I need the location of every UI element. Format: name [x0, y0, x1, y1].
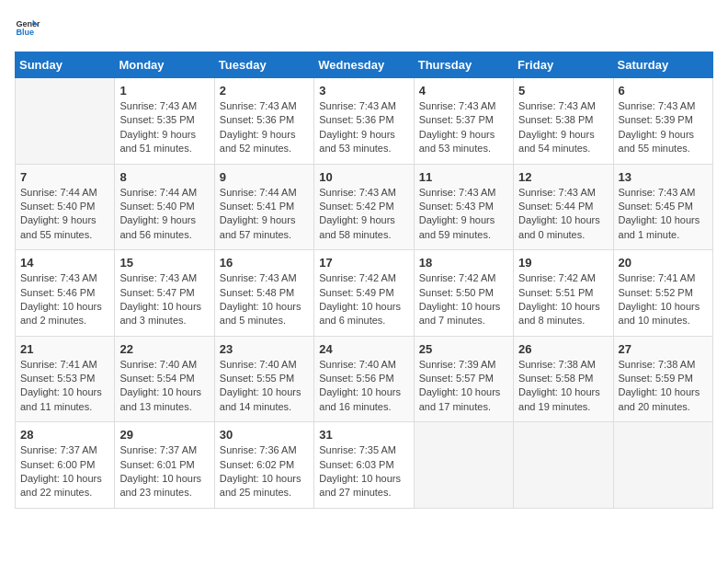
- week-row-1: 1Sunrise: 7:43 AMSunset: 5:35 PMDaylight…: [16, 78, 713, 165]
- day-info: Sunrise: 7:44 AMSunset: 5:41 PMDaylight:…: [220, 186, 309, 243]
- day-info: Sunrise: 7:43 AMSunset: 5:37 PMDaylight:…: [419, 99, 508, 156]
- calendar-cell: 4Sunrise: 7:43 AMSunset: 5:37 PMDaylight…: [414, 78, 513, 165]
- week-row-2: 7Sunrise: 7:44 AMSunset: 5:40 PMDaylight…: [16, 164, 713, 250]
- calendar-cell: [414, 422, 513, 509]
- calendar-cell: 6Sunrise: 7:43 AMSunset: 5:39 PMDaylight…: [613, 78, 712, 165]
- calendar-cell: 23Sunrise: 7:40 AMSunset: 5:55 PMDayligh…: [214, 336, 313, 422]
- calendar-cell: [514, 422, 613, 509]
- logo-icon: General Blue: [15, 15, 40, 40]
- calendar-cell: 28Sunrise: 7:37 AMSunset: 6:00 PMDayligh…: [16, 422, 115, 509]
- day-number: 10: [319, 170, 408, 184]
- day-info: Sunrise: 7:42 AMSunset: 5:51 PMDaylight:…: [518, 271, 608, 328]
- day-number: 25: [419, 342, 508, 356]
- day-number: 3: [319, 84, 408, 98]
- day-number: 17: [319, 256, 408, 270]
- weekday-header-tuesday: Tuesday: [214, 52, 313, 78]
- day-info: Sunrise: 7:43 AMSunset: 5:36 PMDaylight:…: [319, 99, 408, 156]
- calendar-cell: 5Sunrise: 7:43 AMSunset: 5:38 PMDaylight…: [514, 78, 613, 165]
- day-number: 28: [20, 428, 109, 442]
- day-info: Sunrise: 7:37 AMSunset: 6:00 PMDaylight:…: [20, 443, 109, 500]
- calendar-cell: 8Sunrise: 7:44 AMSunset: 5:40 PMDaylight…: [115, 164, 214, 250]
- calendar-cell: 20Sunrise: 7:41 AMSunset: 5:52 PMDayligh…: [613, 250, 712, 337]
- weekday-header-sunday: Sunday: [16, 52, 115, 78]
- calendar-cell: [16, 78, 115, 165]
- calendar-cell: 26Sunrise: 7:38 AMSunset: 5:58 PMDayligh…: [514, 336, 613, 422]
- weekday-header-row: SundayMondayTuesdayWednesdayThursdayFrid…: [16, 52, 713, 78]
- calendar-cell: 19Sunrise: 7:42 AMSunset: 5:51 PMDayligh…: [514, 250, 613, 337]
- day-info: Sunrise: 7:43 AMSunset: 5:47 PMDaylight:…: [119, 271, 209, 328]
- calendar-cell: 11Sunrise: 7:43 AMSunset: 5:43 PMDayligh…: [414, 164, 513, 250]
- day-info: Sunrise: 7:38 AMSunset: 5:58 PMDaylight:…: [518, 358, 608, 415]
- day-number: 5: [518, 84, 608, 98]
- day-info: Sunrise: 7:43 AMSunset: 5:39 PMDaylight:…: [619, 99, 708, 156]
- day-info: Sunrise: 7:43 AMSunset: 5:48 PMDaylight:…: [220, 271, 309, 328]
- weekday-header-wednesday: Wednesday: [314, 52, 414, 78]
- page-header: General Blue: [15, 15, 713, 40]
- day-info: Sunrise: 7:43 AMSunset: 5:36 PMDaylight:…: [220, 99, 309, 156]
- day-info: Sunrise: 7:37 AMSunset: 6:01 PMDaylight:…: [119, 443, 209, 500]
- day-number: 24: [319, 342, 408, 356]
- calendar-cell: 18Sunrise: 7:42 AMSunset: 5:50 PMDayligh…: [414, 250, 513, 337]
- calendar-table: SundayMondayTuesdayWednesdayThursdayFrid…: [15, 52, 713, 509]
- day-info: Sunrise: 7:43 AMSunset: 5:44 PMDaylight:…: [518, 186, 608, 243]
- day-number: 8: [119, 170, 209, 184]
- day-number: 23: [220, 342, 309, 356]
- svg-text:Blue: Blue: [16, 28, 34, 37]
- day-info: Sunrise: 7:44 AMSunset: 5:40 PMDaylight:…: [20, 186, 109, 243]
- day-info: Sunrise: 7:43 AMSunset: 5:46 PMDaylight:…: [20, 271, 109, 328]
- day-number: 4: [419, 84, 508, 98]
- calendar-cell: [613, 422, 712, 509]
- day-number: 2: [220, 84, 309, 98]
- day-number: 30: [220, 428, 309, 442]
- day-number: 11: [419, 170, 508, 184]
- day-number: 14: [20, 256, 109, 270]
- calendar-cell: 7Sunrise: 7:44 AMSunset: 5:40 PMDaylight…: [16, 164, 115, 250]
- day-number: 12: [518, 170, 608, 184]
- svg-text:General: General: [16, 19, 40, 29]
- day-number: 20: [619, 256, 708, 270]
- day-info: Sunrise: 7:44 AMSunset: 5:40 PMDaylight:…: [119, 186, 209, 243]
- calendar-cell: 30Sunrise: 7:36 AMSunset: 6:02 PMDayligh…: [214, 422, 313, 509]
- day-number: 18: [419, 256, 508, 270]
- calendar-cell: 10Sunrise: 7:43 AMSunset: 5:42 PMDayligh…: [314, 164, 414, 250]
- calendar-cell: 9Sunrise: 7:44 AMSunset: 5:41 PMDaylight…: [214, 164, 313, 250]
- day-info: Sunrise: 7:35 AMSunset: 6:03 PMDaylight:…: [319, 443, 408, 500]
- day-info: Sunrise: 7:40 AMSunset: 5:55 PMDaylight:…: [220, 358, 309, 415]
- calendar-cell: 25Sunrise: 7:39 AMSunset: 5:57 PMDayligh…: [414, 336, 513, 422]
- day-info: Sunrise: 7:36 AMSunset: 6:02 PMDaylight:…: [220, 443, 309, 500]
- day-info: Sunrise: 7:43 AMSunset: 5:45 PMDaylight:…: [619, 186, 708, 243]
- day-number: 7: [20, 170, 109, 184]
- week-row-5: 28Sunrise: 7:37 AMSunset: 6:00 PMDayligh…: [16, 422, 713, 509]
- day-number: 21: [20, 342, 109, 356]
- day-info: Sunrise: 7:43 AMSunset: 5:43 PMDaylight:…: [419, 186, 508, 243]
- calendar-cell: 1Sunrise: 7:43 AMSunset: 5:35 PMDaylight…: [115, 78, 214, 165]
- weekday-header-friday: Friday: [514, 52, 613, 78]
- calendar-cell: 3Sunrise: 7:43 AMSunset: 5:36 PMDaylight…: [314, 78, 414, 165]
- day-info: Sunrise: 7:43 AMSunset: 5:42 PMDaylight:…: [319, 186, 408, 243]
- day-info: Sunrise: 7:42 AMSunset: 5:49 PMDaylight:…: [319, 271, 408, 328]
- calendar-cell: 22Sunrise: 7:40 AMSunset: 5:54 PMDayligh…: [115, 336, 214, 422]
- day-number: 31: [319, 428, 408, 442]
- day-info: Sunrise: 7:41 AMSunset: 5:52 PMDaylight:…: [619, 271, 708, 328]
- calendar-cell: 21Sunrise: 7:41 AMSunset: 5:53 PMDayligh…: [16, 336, 115, 422]
- day-info: Sunrise: 7:41 AMSunset: 5:53 PMDaylight:…: [20, 358, 109, 415]
- weekday-header-thursday: Thursday: [414, 52, 513, 78]
- calendar-cell: 31Sunrise: 7:35 AMSunset: 6:03 PMDayligh…: [314, 422, 414, 509]
- calendar-cell: 13Sunrise: 7:43 AMSunset: 5:45 PMDayligh…: [613, 164, 712, 250]
- calendar-cell: 15Sunrise: 7:43 AMSunset: 5:47 PMDayligh…: [115, 250, 214, 337]
- week-row-3: 14Sunrise: 7:43 AMSunset: 5:46 PMDayligh…: [16, 250, 713, 337]
- day-info: Sunrise: 7:43 AMSunset: 5:38 PMDaylight:…: [518, 99, 608, 156]
- day-number: 9: [220, 170, 309, 184]
- logo: General Blue: [15, 15, 44, 40]
- day-info: Sunrise: 7:43 AMSunset: 5:35 PMDaylight:…: [119, 99, 209, 156]
- day-number: 16: [220, 256, 309, 270]
- day-number: 27: [619, 342, 708, 356]
- weekday-header-monday: Monday: [115, 52, 214, 78]
- day-number: 13: [619, 170, 708, 184]
- calendar-cell: 14Sunrise: 7:43 AMSunset: 5:46 PMDayligh…: [16, 250, 115, 337]
- calendar-cell: 16Sunrise: 7:43 AMSunset: 5:48 PMDayligh…: [214, 250, 313, 337]
- day-info: Sunrise: 7:40 AMSunset: 5:54 PMDaylight:…: [119, 358, 209, 415]
- calendar-cell: 2Sunrise: 7:43 AMSunset: 5:36 PMDaylight…: [214, 78, 313, 165]
- calendar-cell: 12Sunrise: 7:43 AMSunset: 5:44 PMDayligh…: [514, 164, 613, 250]
- day-number: 26: [518, 342, 608, 356]
